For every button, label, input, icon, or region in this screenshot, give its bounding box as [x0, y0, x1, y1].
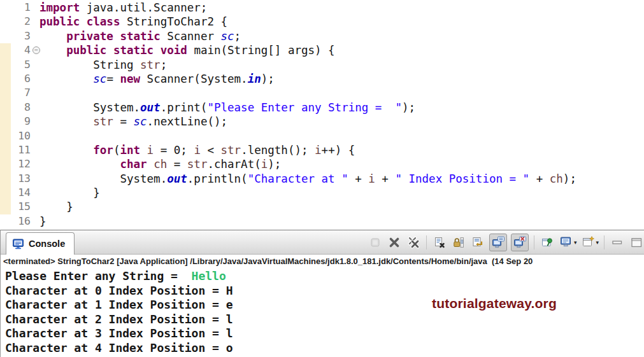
- code-line[interactable]: 2public class StringToChar2 {: [0, 15, 644, 29]
- line-number[interactable]: 11: [0, 143, 31, 157]
- line-number[interactable]: 10: [0, 129, 31, 143]
- chevron-down-icon[interactable]: ▾: [596, 239, 599, 246]
- console-toolbar: ▾ ▾: [368, 230, 644, 254]
- code-text: String str;: [31, 58, 167, 72]
- remove-launch-icon[interactable]: [387, 235, 402, 250]
- toolbar-separator: [604, 235, 605, 249]
- line-number[interactable]: 6: [0, 72, 31, 86]
- code-line[interactable]: 12 char ch = str.charAt(i);: [0, 157, 644, 171]
- maximize-icon[interactable]: [629, 235, 644, 250]
- code-line[interactable]: 4− public static void main(String[] args…: [0, 43, 644, 57]
- open-console-combo[interactable]: ▾: [580, 235, 599, 250]
- code-line[interactable]: 8 System.out.print("Please Enter any Str…: [0, 101, 644, 115]
- console-icon: [12, 239, 24, 249]
- java-editor[interactable]: 1import java.util.Scanner;2public class …: [0, 0, 644, 228]
- line-number[interactable]: 3: [0, 29, 31, 43]
- show-stdout-toggle-icon[interactable]: [489, 234, 507, 251]
- scroll-lock-icon[interactable]: [451, 235, 466, 250]
- code-text: public static void main(String[] args) {: [31, 43, 335, 57]
- eclipse-workbench: 1import java.util.Scanner;2public class …: [0, 0, 644, 357]
- code-text: }: [31, 200, 73, 214]
- line-number[interactable]: 12: [0, 157, 31, 171]
- code-line[interactable]: 7: [0, 86, 644, 100]
- code-line[interactable]: 11 for(int i = 0; i < str.length(); i++)…: [0, 143, 644, 157]
- remove-all-terminated-icon[interactable]: [406, 235, 421, 250]
- console-output[interactable]: Please Enter any String = HelloCharacter…: [1, 269, 644, 356]
- code-text: public class StringToChar2 {: [31, 15, 227, 29]
- minimize-icon[interactable]: [610, 235, 625, 250]
- console-stdout-text: Please Enter any String =: [5, 269, 192, 283]
- console-output-line[interactable]: Please Enter any String = Hello: [5, 269, 644, 284]
- code-text: System.out.println("Character at " + i +…: [31, 172, 576, 186]
- tab-console[interactable]: Console: [6, 232, 75, 255]
- code-text: private static Scanner sc;: [31, 29, 241, 43]
- console-tab-bar: Console: [1, 230, 644, 255]
- show-stderr-toggle-icon[interactable]: [511, 234, 529, 251]
- open-console-icon[interactable]: [580, 235, 596, 250]
- word-wrap-icon[interactable]: [470, 235, 485, 250]
- code-text: System.out.print("Please Enter any Strin…: [31, 101, 415, 115]
- line-number[interactable]: 2: [0, 15, 31, 29]
- code-line[interactable]: 15 }: [0, 200, 644, 214]
- console-stdout-text: Character at 3 Index Position = l: [5, 326, 233, 340]
- line-number[interactable]: 13: [0, 172, 31, 186]
- code-line[interactable]: 3 private static Scanner sc;: [0, 29, 644, 43]
- pin-console-icon[interactable]: [540, 235, 555, 250]
- line-number[interactable]: 5: [0, 58, 31, 72]
- line-number[interactable]: 7: [0, 86, 31, 100]
- console-output-line[interactable]: Character at 3 Index Position = l: [5, 326, 644, 341]
- watermark: tutorialgateway.org: [432, 296, 557, 311]
- code-line[interactable]: 14 }: [0, 186, 644, 200]
- console-user-input: Hello: [192, 269, 226, 283]
- line-number[interactable]: 15: [0, 200, 31, 214]
- line-number[interactable]: 1: [0, 1, 31, 15]
- toolbar-separator: [534, 235, 534, 249]
- code-text: sc= new Scanner(System.in);: [31, 72, 275, 86]
- code-line[interactable]: 1import java.util.Scanner;: [0, 1, 644, 15]
- display-selected-console-combo[interactable]: ▾: [559, 235, 577, 250]
- console-tab-label: Console: [29, 239, 65, 249]
- code-text: str = sc.nextLine();: [31, 115, 227, 129]
- code-line[interactable]: 13 System.out.println("Character at " + …: [0, 172, 644, 186]
- code-text: for(int i = 0; i < str.length(); i++) {: [31, 143, 355, 157]
- code-text: [31, 86, 39, 100]
- console-stdout-text: Character at 2 Index Position = l: [5, 312, 233, 326]
- code-lines: 1import java.util.Scanner;2public class …: [0, 0, 644, 228]
- code-line[interactable]: 6 sc= new Scanner(System.in);: [0, 72, 644, 86]
- code-line[interactable]: 5 String str;: [0, 58, 644, 72]
- code-line[interactable]: 10: [0, 129, 644, 143]
- console-stdout-text: Character at 1 Index Position = e: [5, 298, 233, 311]
- chevron-down-icon[interactable]: ▾: [574, 239, 577, 246]
- console-view: Console: [0, 230, 644, 357]
- clear-console-icon[interactable]: [432, 235, 447, 250]
- console-status-line: <terminated> StringToChar2 [Java Applica…: [1, 255, 644, 269]
- console-stdout-text: Character at 0 Index Position = H: [5, 284, 233, 297]
- code-text: [31, 129, 39, 143]
- code-text: }: [31, 214, 47, 228]
- toolbar-separator: [426, 235, 427, 249]
- code-line[interactable]: 16}: [0, 214, 644, 228]
- terminate-icon[interactable]: [368, 235, 383, 250]
- line-number[interactable]: 14: [0, 186, 31, 200]
- console-stdout-text: Character at 4 Index Position = o: [5, 341, 233, 354]
- line-number[interactable]: 8: [0, 101, 31, 115]
- code-text: import java.util.Scanner;: [31, 1, 207, 15]
- console-output-line[interactable]: Character at 2 Index Position = l: [5, 312, 644, 327]
- line-number[interactable]: 9: [0, 115, 31, 129]
- console-output-line[interactable]: Character at 4 Index Position = o: [5, 341, 644, 356]
- code-text: }: [31, 186, 100, 200]
- display-selected-console-icon[interactable]: [559, 235, 574, 250]
- code-text: char ch = str.charAt(i);: [31, 157, 281, 171]
- line-number[interactable]: 4: [0, 43, 31, 57]
- line-number[interactable]: 16: [0, 214, 31, 228]
- code-line[interactable]: 9 str = sc.nextLine();: [0, 115, 644, 129]
